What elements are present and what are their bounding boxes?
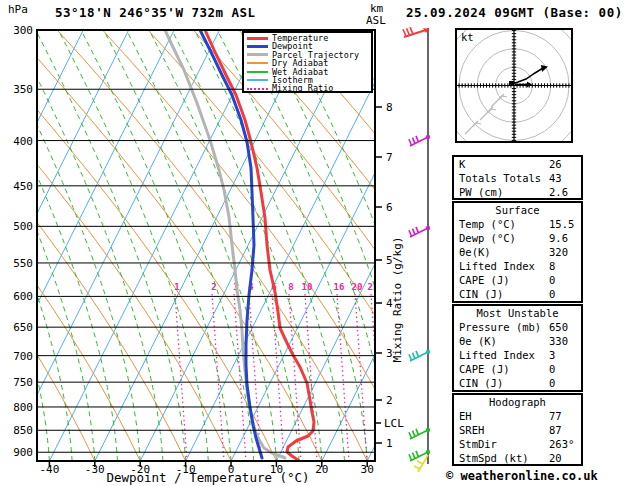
table-row: PW (cm) 2.6 (454, 185, 581, 199)
lcl-label: LCL (384, 417, 404, 430)
table-row: CAPE (J) 0 (454, 362, 581, 376)
pressure-tick-label: 550 (6, 257, 33, 270)
table-row-label: CIN (J) (459, 377, 503, 389)
pressure-tick-label: 650 (6, 321, 33, 334)
table-row-label: CIN (J) (459, 288, 503, 300)
mixing-ratio-value: 16 (334, 282, 345, 292)
pressure-tick-label: 450 (6, 180, 33, 193)
mixing-ratio-line (371, 294, 383, 461)
table-row-label: SREH (459, 424, 484, 436)
mixing-ratio-value: 1 (174, 282, 179, 292)
isotherm-line (95, 30, 310, 461)
mixing-ratio-line (289, 294, 301, 461)
table-row-label: StmSpd (kt) (459, 452, 529, 464)
dry-adiabat-line (602, 30, 629, 461)
table-row-label: θe(K) (459, 246, 491, 258)
table-row-value: 0 (549, 362, 555, 376)
legend-swatch (247, 62, 268, 64)
datetime-label: 25.09.2024 09GMT (Base: 00) (406, 5, 623, 20)
pressure-tick-label: 900 (6, 446, 33, 459)
table-row-value: 26 (549, 157, 562, 171)
chart-legend: Temperature Dewpoint Parcel Trajectory D… (242, 31, 373, 93)
wet-adiabat-line (58, 30, 208, 461)
table-row-value: 0 (549, 376, 555, 390)
legend-swatch (247, 45, 268, 48)
station-title: 53°18'N 246°35'W 732m ASL (55, 5, 256, 20)
copyright-label: © weatheronline.co.uk (446, 469, 598, 483)
table-row-value: 3 (549, 348, 555, 362)
mixing-ratio-value: 10 (302, 282, 313, 292)
wet-adiabat-line (13, 30, 163, 461)
table-row: Totals Totals 43 (454, 171, 581, 185)
table-title: Most Unstable (454, 306, 581, 320)
table-row: Lifted Index 8 (454, 259, 581, 273)
table-row-value: 0 (549, 287, 555, 301)
isotherm-line (231, 30, 447, 461)
table-row: θe(K) 320 (454, 245, 581, 259)
legend-swatch (247, 53, 268, 56)
mixing-ratio-value: 25 (368, 282, 379, 292)
table-row-label: K (459, 158, 465, 170)
temperature-tick-label: -40 (33, 463, 65, 476)
table-row-label: StmDir (459, 438, 497, 450)
wet-adiabat-line (240, 30, 390, 461)
table-row-value: 87 (549, 423, 562, 437)
temperature-tick-label: 30 (351, 463, 383, 476)
table-row-label: PW (cm) (459, 186, 503, 198)
mixing-ratio-value: 8 (288, 282, 293, 292)
table-row-value: 650 (549, 320, 568, 334)
table-row: CIN (J) 0 (454, 376, 581, 390)
table-row-value: 43 (549, 171, 562, 185)
km-tick-label: 1 (386, 437, 393, 450)
pressure-tick-label: 800 (6, 401, 33, 414)
legend-swatch (247, 88, 268, 90)
wet-adiabat-line (0, 30, 4, 461)
table-row-value: 0 (549, 273, 555, 287)
mixing-ratio-line (212, 294, 224, 461)
most-unstable-table: Most Unstable Pressure (mb) 650 θe (K) 3… (452, 304, 583, 392)
table-row-label: Lifted Index (459, 260, 535, 272)
pressure-axis-unit: hPa (8, 3, 28, 16)
altitude-axis-unit-asl: ASL (366, 14, 386, 27)
km-tick-label: 7 (386, 151, 393, 164)
table-row-value: 2.6 (549, 185, 568, 199)
table-row: θe (K) 330 (454, 334, 581, 348)
km-tick-label: 6 (386, 201, 393, 214)
pressure-tick-label: 400 (6, 135, 33, 148)
mixing-ratio-axis-label: Mixing Ratio (g/kg) (391, 230, 404, 370)
wet-adiabat-line (149, 30, 299, 461)
table-row-label: CAPE (J) (459, 363, 510, 375)
table-row-value: 320 (549, 245, 568, 259)
table-row: Dewp (°C) 9.6 (454, 231, 581, 245)
table-row-label: Totals Totals (459, 172, 541, 184)
wet-adiabat-line (217, 30, 367, 461)
legend-swatch (247, 71, 268, 73)
table-row: EH 77 (454, 409, 581, 423)
table-row: StmDir 263° (454, 437, 581, 451)
table-row-label: EH (459, 410, 472, 422)
wet-adiabat-line (195, 30, 345, 461)
table-row-label: Pressure (mb) (459, 321, 541, 333)
table-row-label: CAPE (J) (459, 274, 510, 286)
dry-adiabat-line (12, 30, 322, 461)
pressure-tick-label: 600 (6, 290, 33, 303)
temperature-curve (205, 30, 314, 460)
pressure-tick-label: 750 (6, 376, 33, 389)
table-row-label: Temp (°C) (459, 218, 516, 230)
indices-table: K 26 Totals Totals 43 PW (cm) 2.6 (452, 155, 583, 200)
pressure-tick-label: 300 (6, 24, 33, 37)
mixing-ratio-line (355, 294, 367, 461)
skewt-sounding-page: 12346810162025 hPa km ASL 53°18'N 246°35… (0, 0, 629, 486)
hodograph-unit-label: kt (461, 31, 474, 43)
table-row-label: Dewp (°C) (459, 232, 516, 244)
mixing-ratio-value: 2 (211, 282, 216, 292)
table-row-value: 330 (549, 334, 568, 348)
table-row: Lifted Index 3 (454, 348, 581, 362)
hodograph-table: Hodograph EH 77 SREH 87 StmDir 263° StmS… (452, 393, 583, 466)
isotherm-line (186, 30, 402, 461)
table-row-label: Lifted Index (459, 349, 535, 361)
wet-adiabat-line (285, 30, 435, 461)
table-row: CAPE (J) 0 (454, 273, 581, 287)
legend-label: Mixing Ratio (272, 84, 333, 92)
pressure-tick-label: 500 (6, 220, 33, 233)
